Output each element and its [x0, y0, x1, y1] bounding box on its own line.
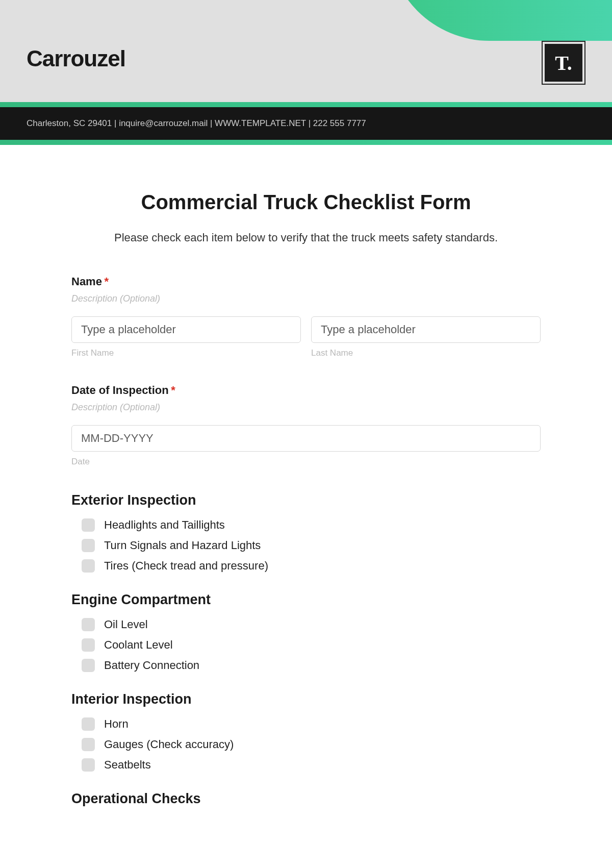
- brand-name: Carrouzel: [27, 46, 125, 71]
- date-required-mark: *: [171, 384, 175, 396]
- name-label: Name: [71, 275, 102, 288]
- interior-item-0: Horn: [82, 717, 541, 731]
- brand-logo-text: T.: [545, 44, 582, 82]
- checkbox-exterior-0[interactable]: [82, 518, 95, 532]
- checkbox-engine-2[interactable]: [82, 659, 95, 672]
- divider-green-top: [0, 102, 612, 107]
- checkbox-engine-1[interactable]: [82, 638, 95, 652]
- last-name-input[interactable]: [311, 316, 541, 343]
- name-required-mark: *: [104, 275, 109, 288]
- checkbox-label: Headlights and Taillights: [104, 518, 225, 532]
- interior-item-2: Seatbelts: [82, 758, 541, 772]
- checkbox-exterior-1[interactable]: [82, 539, 95, 552]
- form-page: Commercial Truck Checklist Form Please c…: [61, 145, 551, 837]
- date-description: Description (Optional): [71, 402, 541, 413]
- engine-section-title: Engine Compartment: [71, 592, 541, 608]
- exterior-item-1: Turn Signals and Hazard Lights: [82, 539, 541, 552]
- operational-section-title: Operational Checks: [71, 791, 541, 807]
- name-description: Description (Optional): [71, 293, 541, 304]
- checkbox-label: Tires (Check tread and pressure): [104, 559, 268, 573]
- checkbox-label: Turn Signals and Hazard Lights: [104, 539, 261, 552]
- header-banner: Carrouzel T.: [0, 0, 612, 102]
- checkbox-exterior-2[interactable]: [82, 559, 95, 573]
- exterior-item-2: Tires (Check tread and pressure): [82, 559, 541, 573]
- first-name-sublabel: First Name: [71, 348, 301, 358]
- accent-curve: [388, 0, 612, 41]
- exterior-item-0: Headlights and Taillights: [82, 518, 541, 532]
- checkbox-label: Coolant Level: [104, 638, 173, 652]
- date-input[interactable]: [71, 425, 541, 452]
- date-label: Date of Inspection: [71, 384, 169, 396]
- interior-section-title: Interior Inspection: [71, 691, 541, 707]
- engine-item-0: Oil Level: [82, 618, 541, 631]
- date-field-block: Date of Inspection * Description (Option…: [71, 384, 541, 467]
- checkbox-label: Gauges (Check accuracy): [104, 738, 234, 751]
- brand-logo: T.: [542, 41, 585, 85]
- first-name-input[interactable]: [71, 316, 301, 343]
- engine-item-1: Coolant Level: [82, 638, 541, 652]
- form-description: Please check each item below to verify t…: [71, 231, 541, 244]
- checkbox-engine-0[interactable]: [82, 618, 95, 631]
- checkbox-label: Horn: [104, 717, 129, 731]
- checkbox-label: Battery Connection: [104, 659, 199, 672]
- divider-green-bottom: [0, 140, 612, 145]
- last-name-sublabel: Last Name: [311, 348, 541, 358]
- checkbox-interior-0[interactable]: [82, 717, 95, 731]
- checkbox-interior-1[interactable]: [82, 738, 95, 751]
- date-sublabel: Date: [71, 457, 541, 467]
- date-label-row: Date of Inspection *: [71, 384, 541, 397]
- checkbox-label: Oil Level: [104, 618, 148, 631]
- name-field-block: Name * Description (Optional) First Name…: [71, 275, 541, 358]
- exterior-section-title: Exterior Inspection: [71, 492, 541, 508]
- form-title: Commercial Truck Checklist Form: [71, 191, 541, 214]
- name-label-row: Name *: [71, 275, 541, 288]
- contact-bar: Charleston, SC 29401 | inquire@carrouzel…: [0, 107, 612, 140]
- engine-item-2: Battery Connection: [82, 659, 541, 672]
- interior-item-1: Gauges (Check accuracy): [82, 738, 541, 751]
- checkbox-label: Seatbelts: [104, 758, 151, 772]
- checkbox-interior-2[interactable]: [82, 758, 95, 772]
